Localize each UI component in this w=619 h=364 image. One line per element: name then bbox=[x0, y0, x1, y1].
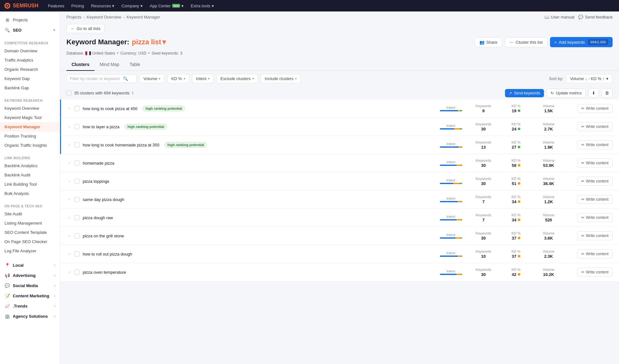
write-icon: ✏ bbox=[581, 124, 585, 129]
row-checkbox[interactable] bbox=[74, 179, 80, 184]
update-metrics-button[interactable]: ↻ Update metrics bbox=[546, 89, 586, 98]
intent-bar bbox=[440, 256, 462, 257]
sidebar-organic-traffic-insights[interactable]: Organic Traffic Insights bbox=[0, 141, 60, 150]
sidebar-position-tracking[interactable]: Position Tracking bbox=[0, 131, 60, 141]
write-content-button[interactable]: ✏ Write content bbox=[577, 159, 613, 167]
expand-icon[interactable]: › bbox=[67, 250, 71, 257]
row-checkbox[interactable] bbox=[74, 142, 80, 147]
breadcrumb-projects[interactable]: Projects bbox=[66, 15, 81, 19]
write-content-button[interactable]: ✏ Write content bbox=[577, 231, 613, 240]
info-icon[interactable]: ℹ bbox=[132, 91, 134, 95]
row-checkbox[interactable] bbox=[74, 197, 80, 202]
cluster-name: pizza toppings bbox=[83, 179, 109, 184]
keywords-metric: Keywords 7 bbox=[472, 213, 495, 222]
row-checkbox[interactable] bbox=[74, 124, 80, 129]
expand-icon[interactable]: › bbox=[67, 178, 71, 185]
select-all-checkbox[interactable] bbox=[66, 91, 72, 96]
expand-icon[interactable]: › bbox=[67, 105, 71, 112]
sidebar-backlink-analytics[interactable]: Backlink Analytics bbox=[0, 161, 60, 170]
search-input[interactable] bbox=[70, 76, 121, 81]
sidebar-traffic-analytics[interactable]: Traffic Analytics bbox=[0, 56, 60, 65]
add-keywords-button[interactable]: + Add keywords 694/2,000 bbox=[550, 37, 613, 47]
write-content-button[interactable]: ✏ Write content bbox=[577, 268, 613, 277]
intent-filter[interactable]: Intent ▾ bbox=[192, 74, 214, 83]
tab-clusters[interactable]: Clusters bbox=[66, 59, 95, 71]
sidebar-backlink-gap[interactable]: Backlink Gap bbox=[0, 83, 60, 93]
nav-pricing[interactable]: Pricing bbox=[68, 2, 87, 10]
write-content-button[interactable]: ✏ Write content bbox=[577, 249, 613, 258]
table-row: › pizza on the grill stone Intent Keywor… bbox=[60, 227, 619, 245]
send-feedback-link[interactable]: 💬 Send feedback bbox=[578, 15, 613, 19]
expand-icon[interactable]: › bbox=[67, 141, 71, 148]
sidebar-log-file-analyzer[interactable]: Log File Analyzer bbox=[0, 246, 60, 256]
row-checkbox[interactable] bbox=[74, 160, 80, 166]
sidebar-bulk-analysis[interactable]: Bulk Analysis bbox=[0, 189, 60, 198]
logo[interactable]: SEMRUSH bbox=[4, 2, 38, 9]
nav-app-center[interactable]: App Center new ▾ bbox=[147, 2, 187, 10]
expand-icon[interactable]: › bbox=[67, 214, 71, 221]
sidebar-backlink-audit[interactable]: Backlink Audit bbox=[0, 170, 60, 180]
cluster-button[interactable]: ⋯ Cluster this list bbox=[505, 37, 547, 47]
nav-company[interactable]: Company ▾ bbox=[118, 2, 146, 10]
expand-icon[interactable]: › bbox=[67, 196, 71, 203]
row-checkbox[interactable] bbox=[74, 215, 80, 220]
write-content-button[interactable]: ✏ Write content bbox=[577, 122, 613, 131]
sidebar-domain-overview[interactable]: Domain Overview bbox=[0, 46, 60, 56]
row-checkbox[interactable] bbox=[74, 233, 80, 238]
delete-button[interactable]: 🗑 bbox=[601, 88, 613, 98]
sidebar-link-building-tool[interactable]: Link Building Tool bbox=[0, 180, 60, 189]
expand-icon[interactable]: › bbox=[67, 232, 71, 239]
user-manual-link[interactable]: 📖 User manual bbox=[544, 15, 575, 19]
sidebar-keyword-magic-tool[interactable]: Keyword Magic Tool bbox=[0, 113, 60, 122]
seed-keywords-link[interactable]: 3 bbox=[180, 51, 182, 56]
exclude-clusters-filter[interactable]: Exclude clusters ▾ bbox=[216, 74, 258, 83]
expand-icon[interactable]: › bbox=[67, 160, 71, 167]
sidebar-projects[interactable]: ⊞ Projects bbox=[0, 15, 60, 25]
go-back-button[interactable]: ← Go to all lists bbox=[66, 24, 104, 33]
sidebar-social-media[interactable]: 💬 Social Media › bbox=[0, 280, 60, 291]
row-checkbox[interactable] bbox=[74, 251, 80, 256]
sidebar-site-audit[interactable]: Site Audit bbox=[0, 209, 60, 219]
sort-select[interactable]: Volume ↓ - KD % ↑ ▾ bbox=[566, 74, 613, 83]
include-clusters-filter[interactable]: Include clusters ▾ bbox=[261, 74, 301, 83]
sidebar-keyword-manager[interactable]: Keyword Manager bbox=[0, 122, 60, 131]
write-content-button[interactable]: ✏ Write content bbox=[577, 177, 613, 186]
send-keywords-button[interactable]: ↗ Send keywords bbox=[505, 89, 544, 97]
write-content-button[interactable]: ✏ Write content bbox=[577, 213, 613, 222]
write-content-button[interactable]: ✏ Write content bbox=[577, 104, 613, 113]
sidebar-local[interactable]: 📍 Local › bbox=[0, 260, 60, 270]
nav-extra-tools[interactable]: Extra tools ▾ bbox=[187, 2, 217, 10]
sidebar-trends[interactable]: 📈 .Trends › bbox=[0, 301, 60, 311]
row-checkbox[interactable] bbox=[74, 270, 80, 275]
breadcrumb-keyword-overview[interactable]: Keyword Overview bbox=[87, 15, 121, 19]
sidebar-seo[interactable]: 🔍 SEO ▾ bbox=[0, 25, 60, 35]
tab-table[interactable]: Table bbox=[125, 59, 145, 71]
cluster-name-area: pizza toppings bbox=[83, 179, 437, 184]
sidebar-keyword-gap[interactable]: Keyword Gap bbox=[0, 74, 60, 83]
volume-filter[interactable]: Volume ▾ bbox=[139, 74, 164, 83]
sidebar-agency-solutions[interactable]: 🏢 Agency Solutions › bbox=[0, 311, 60, 321]
export-button[interactable]: ⬇ bbox=[588, 88, 599, 98]
expand-icon[interactable]: › bbox=[67, 123, 71, 130]
sidebar-advertising[interactable]: 📢 Advertising › bbox=[0, 270, 60, 280]
write-content-button[interactable]: ✏ Write content bbox=[577, 140, 613, 149]
list-name-link[interactable]: pizza list ▾ bbox=[132, 38, 166, 46]
search-box[interactable]: 🔍 bbox=[66, 74, 137, 83]
kd-filter[interactable]: KD % ▾ bbox=[167, 74, 189, 83]
row-checkbox[interactable] bbox=[74, 106, 80, 111]
nav-resources[interactable]: Resources ▾ bbox=[88, 2, 118, 10]
intent-bar bbox=[440, 165, 462, 166]
sidebar-listing-management[interactable]: Listing Management bbox=[0, 219, 60, 228]
tab-mind-map[interactable]: Mind Map bbox=[95, 59, 124, 71]
nav-features[interactable]: Features bbox=[45, 2, 67, 10]
sidebar-seo-content-template[interactable]: SEO Content Template bbox=[0, 228, 60, 237]
share-button[interactable]: 👥 Share bbox=[475, 37, 502, 47]
page-meta: Database: United States • Currency: USD … bbox=[60, 50, 619, 59]
sidebar-keyword-overview[interactable]: Keyword Overview bbox=[0, 104, 60, 113]
expand-icon[interactable]: › bbox=[67, 269, 71, 276]
intent-metric: Intent bbox=[440, 142, 462, 148]
sidebar-on-page-checker[interactable]: On Page SEO Checker bbox=[0, 237, 60, 246]
write-content-button[interactable]: ✏ Write content bbox=[577, 195, 613, 204]
sidebar-content-marketing[interactable]: 📝 Content Marketing › bbox=[0, 291, 60, 301]
sidebar-organic-research[interactable]: Organic Research bbox=[0, 65, 60, 74]
